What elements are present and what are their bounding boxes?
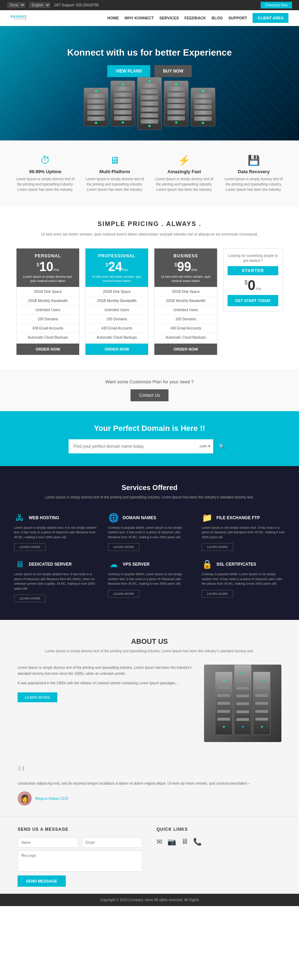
contact-us-button[interactable]: Contact Us bbox=[130, 389, 168, 401]
feature-domains: 100 Domains bbox=[16, 315, 79, 324]
pricing-section: SIMPLE PRICING . ALWAYS . Ut wisi enim a… bbox=[0, 206, 299, 369]
feature-email: 430 Email Accounts bbox=[86, 324, 148, 333]
top-bar-left: Done English 24/7 Support: 020-25418796 bbox=[7, 2, 99, 8]
nav-feedback[interactable]: FEEDBACK bbox=[184, 16, 206, 20]
plan-personal-period: /mo bbox=[54, 268, 59, 272]
client-area-button[interactable]: CLIENT AREA bbox=[253, 13, 288, 23]
feature-users: Unlimited Users bbox=[86, 305, 148, 315]
service-ssl-learn-button[interactable]: LEARN MORE bbox=[202, 590, 233, 598]
service-ftp: 📁 FILE EXCHANGE FTP Lorem Ipsum is not s… bbox=[202, 513, 285, 551]
language-select-done[interactable]: Done bbox=[7, 2, 25, 8]
feature-platform-desc: Lorem Ipsum is simply dummy text of the … bbox=[84, 177, 145, 192]
testimonial-section: " consectetur adipiscing erat, sed do ei… bbox=[0, 756, 299, 816]
service-vps-learn-button[interactable]: LEARN MORE bbox=[108, 590, 140, 598]
domain-search-input[interactable] bbox=[68, 440, 196, 453]
about-title: ABOUT US bbox=[17, 638, 282, 646]
service-dedicated-title: DEDICATED SERVER bbox=[29, 562, 72, 567]
plan-personal-name: PERSONAL bbox=[20, 253, 76, 258]
pricing-grid: PERSONAL $ 10 /mo Lorem Ipsum is simply … bbox=[11, 248, 288, 355]
feature-platform: 🖥 Multi-Platform Lorem Ipsum is simply d… bbox=[84, 154, 145, 192]
contact-message-textarea[interactable] bbox=[17, 850, 143, 872]
language-select-en[interactable]: English bbox=[29, 2, 50, 8]
recovery-icon: 💾 bbox=[223, 154, 284, 166]
vps-icon: ☁ bbox=[108, 559, 119, 569]
feature-disk: 20GB Disk Space bbox=[154, 287, 217, 296]
server-1 bbox=[84, 88, 108, 126]
camera-social-icon[interactable]: 📷 bbox=[167, 837, 176, 846]
server-image-block bbox=[204, 665, 282, 742]
dedicated-server-icon: 🖥 bbox=[14, 559, 25, 569]
big-server-3 bbox=[253, 671, 270, 735]
feature-backup: Automatic Cloud Backups bbox=[16, 333, 79, 342]
starter-amount: 0 bbox=[248, 278, 255, 292]
about-learn-more-button[interactable]: LEARN MORE bbox=[17, 692, 57, 702]
plan-business-desc: Ut wisi enim ad minim veniam, quis nostr… bbox=[158, 275, 213, 283]
starter-price: $ 0 /mo bbox=[227, 278, 278, 292]
service-dedicated-header: 🖥 DEDICATED SERVER bbox=[14, 559, 97, 569]
monitor-social-icon[interactable]: 🖥 bbox=[181, 837, 188, 846]
contact-email-input[interactable] bbox=[82, 837, 143, 848]
starter-currency: $ bbox=[245, 280, 248, 286]
plan-professional-desc: Ut wisi enim ad minim veniam, quis nostr… bbox=[89, 275, 145, 283]
feature-recovery-title: Data Recovery bbox=[223, 169, 284, 174]
buy-now-button[interactable]: BUY NOW bbox=[154, 65, 192, 77]
plan-business-currency: $ bbox=[175, 262, 177, 267]
plan-professional-header: PROFESSIONAL $ 24 /mo Ut wisi enim ad mi… bbox=[86, 248, 148, 287]
ftp-icon: 📁 bbox=[202, 513, 213, 523]
feature-fast-title: Amazingly Fast bbox=[154, 169, 215, 174]
navigation: konnect hosting HOME WHY KONNECT SERVICE… bbox=[0, 10, 299, 26]
nav-blog[interactable]: BLOG bbox=[212, 16, 223, 20]
starter-cta-button[interactable]: GET START TODAY bbox=[227, 295, 278, 306]
phone-social-icon[interactable]: 📞 bbox=[193, 837, 202, 846]
contact-footer: SEND US A MESSAGE SEND MESSAGE QUICK LIN… bbox=[0, 816, 299, 894]
domain-search-button[interactable]: 🔍 bbox=[213, 439, 231, 453]
plan-personal-currency: $ bbox=[37, 262, 40, 267]
feature-domains: 100 Domains bbox=[86, 315, 148, 324]
checkout-button[interactable]: Checkout Now bbox=[261, 2, 292, 8]
service-dedicated-learn-button[interactable]: LEARN MORE bbox=[14, 595, 46, 602]
plan-personal-order-button[interactable]: ORDER NOW bbox=[16, 344, 79, 355]
plan-personal-header: PERSONAL $ 10 /mo Lorem Ipsum is simply … bbox=[16, 248, 79, 287]
email-social-icon[interactable]: ✉ bbox=[156, 837, 162, 846]
service-web-hosting: 🖧 WEB HOSTING Lorem Ipsum is simply rand… bbox=[14, 513, 97, 551]
plan-business-order-button[interactable]: ORDER NOW bbox=[154, 344, 217, 355]
feature-disk: 20GB Disk Space bbox=[16, 287, 79, 296]
services-subtitle: Lorem Ipsum is simply dummy text of the … bbox=[14, 495, 285, 500]
feature-backup: Automatic Cloud Backups bbox=[154, 333, 217, 342]
feature-email: 430 Email Accounts bbox=[154, 324, 217, 333]
plan-business-header: BUSINESS $ 99 /mo Ut wisi enim ad minim … bbox=[154, 248, 217, 287]
author-info: Magnus Adipan.2130 bbox=[35, 797, 68, 800]
quick-links-col: QUICK LINKS ✉ 📷 🖥 📞 bbox=[156, 827, 282, 887]
big-server-1 bbox=[215, 671, 232, 735]
nav-home[interactable]: HOME bbox=[107, 16, 119, 20]
nav-services[interactable]: SERVICES bbox=[159, 16, 179, 20]
testimonial-author: 👩 Magnus Adipan.2130 bbox=[17, 791, 282, 805]
services-grid: 🖧 WEB HOSTING Lorem Ipsum is simply rand… bbox=[14, 513, 285, 603]
server-5 bbox=[191, 88, 215, 126]
domain-names-icon: 🌐 bbox=[108, 513, 119, 523]
service-domain-learn-button[interactable]: LEARN MORE bbox=[108, 543, 140, 551]
service-web-hosting-learn-button[interactable]: LEARN MORE bbox=[14, 543, 46, 551]
service-web-hosting-title: WEB HOSTING bbox=[29, 515, 59, 520]
send-message-button[interactable]: SEND MESSAGE bbox=[17, 875, 66, 887]
feature-uptime-desc: Lorem Ipsum is simply dummy text of the … bbox=[15, 177, 76, 192]
plan-professional-features: 20GB Disk Space 20GB Monthly Bandwidth U… bbox=[86, 287, 148, 342]
about-image bbox=[204, 665, 282, 742]
service-domain-title: DOMAIN NAMES bbox=[123, 515, 156, 520]
nav-support[interactable]: SUPPORT bbox=[228, 16, 247, 20]
domain-extension[interactable]: .com ▾ bbox=[196, 440, 213, 453]
view-plans-button[interactable]: VIEW PLANS bbox=[107, 65, 151, 77]
plan-personal: PERSONAL $ 10 /mo Lorem Ipsum is simply … bbox=[16, 248, 80, 355]
feature-backup: Automatic Cloud Backups bbox=[86, 333, 148, 342]
nav-why[interactable]: WHY KONNECT bbox=[124, 16, 154, 20]
plan-professional-price: $ 24 /mo bbox=[89, 261, 145, 273]
feature-uptime: ⏱ 99.99% Uptime Lorem Ipsum is simply du… bbox=[15, 154, 76, 192]
service-ssl-title: SSL CERTIFICATES bbox=[216, 562, 256, 567]
contact-name-input[interactable] bbox=[17, 837, 78, 848]
about-text-block: Lorem Ipsum is simply dummy text of the … bbox=[17, 665, 194, 702]
service-ftp-learn-button[interactable]: LEARN MORE bbox=[202, 543, 233, 551]
domain-title: Your Perfect Domain is Here !! bbox=[11, 424, 288, 433]
starter-label: Looking for something simple to get star… bbox=[227, 253, 278, 263]
plan-professional-order-button[interactable]: ORDER NOW bbox=[86, 344, 148, 355]
service-ssl-desc: Contrary to popular belief, Lorem Ipsum … bbox=[202, 572, 285, 587]
